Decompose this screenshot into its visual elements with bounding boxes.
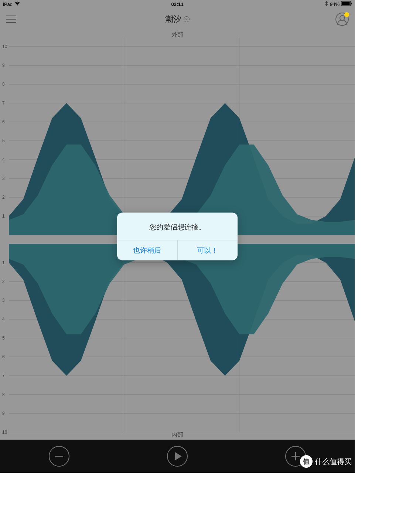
device-label: iPad [3,1,13,7]
play-icon [175,452,182,460]
wifi-icon [14,1,20,7]
svg-rect-2 [351,3,352,4]
y-tick: 4 [2,317,5,322]
dialog-ok-button[interactable]: 可以！ [177,241,238,260]
minus-icon [55,456,63,457]
chevron-down-icon [184,16,190,22]
watermark-text: 什么值得买 [315,457,352,467]
y-tick: 3 [2,176,5,181]
nav-bar: 潮汐 [0,8,355,30]
y-tick: 4 [2,157,5,162]
screen: iPad 02:11 94% 潮汐 外部 [0,0,355,473]
status-bar: iPad 02:11 94% [0,0,355,8]
battery-pct: 94% [330,1,340,7]
battery-icon [341,1,352,7]
y-tick: 10 [2,44,7,49]
bluetooth-icon [325,1,328,7]
y-tick: 9 [2,411,5,416]
y-tick: 2 [2,279,5,284]
title-text: 潮汐 [165,14,181,25]
clock: 02:11 [171,1,183,7]
y-tick: 6 [2,119,5,125]
y-tick: 8 [2,82,5,87]
menu-icon[interactable] [6,16,16,23]
play-button[interactable] [167,446,188,467]
chart-label-inner: 内部 [171,431,183,439]
dialog-later-button[interactable]: 也许稍后 [117,241,177,260]
chart-bottom [0,235,355,432]
watermark: 值 什么值得买 [300,455,352,468]
notification-dot [344,12,349,17]
minus-button[interactable] [49,446,69,467]
y-tick: 5 [2,335,5,341]
profile-icon[interactable] [335,13,349,26]
y-tick: 7 [2,373,5,378]
page-title[interactable]: 潮汐 [165,14,190,25]
y-tick: 3 [2,298,5,303]
plus-icon [291,452,300,460]
y-tick: 7 [2,100,5,106]
y-tick: 8 [2,392,5,397]
watermark-badge: 值 [300,455,313,468]
connection-dialog: 您的爱侣想连接。 也许稍后 可以！ [117,213,238,260]
y-tick: 2 [2,195,5,200]
chart-top [0,38,355,235]
y-tick: 1 [2,260,5,265]
y-tick: 6 [2,354,5,359]
y-tick: 5 [2,138,5,143]
svg-rect-1 [342,2,350,6]
y-tick: 10 [2,430,7,435]
y-tick: 1 [2,214,5,219]
dialog-message: 您的爱侣想连接。 [117,213,238,240]
y-tick: 9 [2,63,5,68]
